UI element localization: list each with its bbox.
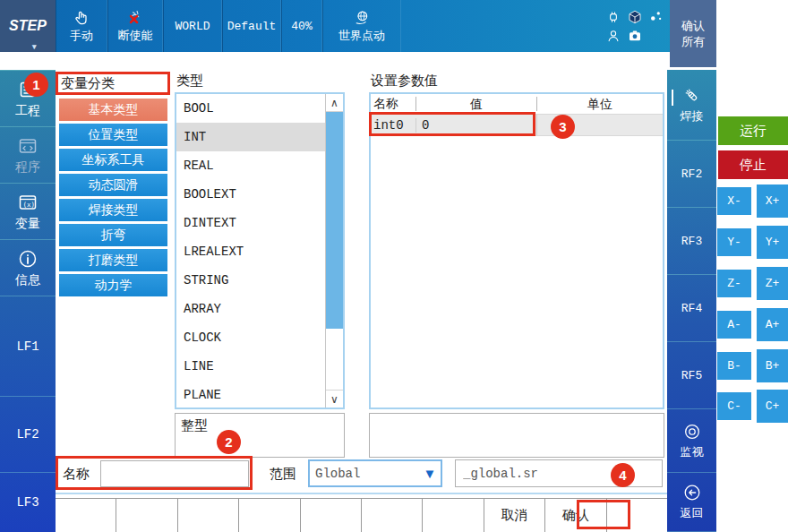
type-list-scrollbar[interactable]: ∧ ∨	[325, 94, 343, 408]
jog-y-minus-button[interactable]: Y-	[717, 228, 751, 256]
type-item-line[interactable]: LINE	[176, 352, 325, 381]
jog-y-plus-button[interactable]: Y+	[757, 226, 788, 259]
function-key-cell[interactable]	[178, 499, 239, 532]
teach-pendant-screen: STEP ▾ 手动 断使能 WORLD Default 40%	[0, 0, 788, 532]
category-label: 基本类型	[89, 102, 139, 118]
param-table-row[interactable]: int0 0	[371, 114, 663, 136]
function-key-cell[interactable]	[607, 499, 667, 532]
function-key-rf5[interactable]: RF5	[667, 342, 716, 409]
function-key-label: RF2	[681, 167, 702, 181]
function-key-label: RF5	[681, 369, 702, 382]
param-name-cell[interactable]: int0	[371, 118, 415, 133]
category-welding-types[interactable]: 焊接类型	[59, 199, 167, 221]
category-label: 动态圆滑	[89, 177, 139, 193]
function-key-label: RF3	[681, 235, 702, 248]
type-item-boolext[interactable]: BOOLEXT	[176, 180, 325, 209]
scope-dropdown[interactable]: Global ▼	[308, 459, 442, 487]
back-arrow-icon	[682, 483, 702, 502]
run-button[interactable]: 运行	[718, 116, 788, 145]
function-key-lf3[interactable]: LF3	[0, 472, 56, 532]
jog-c-minus-button[interactable]: C-	[717, 392, 751, 420]
scrollbar-thumb[interactable]	[326, 112, 343, 329]
type-item-array[interactable]: ARRAY	[176, 295, 325, 323]
jog-z-plus-button[interactable]: Z+	[757, 267, 788, 300]
category-label: 坐标系工具	[82, 152, 145, 168]
bottom-divider	[56, 493, 667, 494]
sidebar-item-variable[interactable]: (x) 变量	[0, 183, 56, 239]
function-key-rf4[interactable]: RF4	[667, 275, 716, 342]
sidebar-item-welding[interactable]: 焊接	[667, 70, 716, 141]
category-coord-tools[interactable]: 坐标系工具	[59, 149, 167, 171]
category-label: 焊接类型	[89, 202, 139, 219]
coord-system-button[interactable]: WORLD	[163, 0, 222, 52]
type-item-bool[interactable]: BOOL	[176, 94, 325, 123]
annotation-badge-4: 4	[611, 463, 635, 487]
category-dynamics[interactable]: 动力学	[59, 274, 167, 296]
confirm-all-button[interactable]: 确认所有	[670, 0, 716, 67]
stop-button[interactable]: 停止	[718, 150, 788, 179]
category-grinding-types[interactable]: 打磨类型	[59, 249, 167, 271]
jog-mode-button[interactable]: 世界点动	[322, 0, 401, 52]
jog-c-plus-button[interactable]: C+	[757, 390, 788, 423]
sidebar-item-label: 信息	[15, 272, 40, 288]
scroll-down-icon[interactable]: ∨	[326, 390, 343, 408]
sidebar-item-info[interactable]: 信息	[0, 239, 56, 296]
chevron-down-icon[interactable]: ▼	[419, 466, 441, 481]
category-dynamic-smooth[interactable]: 动态圆滑	[59, 174, 167, 196]
type-item-plane[interactable]: PLANE	[176, 381, 325, 409]
enable-button[interactable]: 断使能	[107, 0, 163, 52]
enable-label: 断使能	[118, 28, 153, 44]
category-bending[interactable]: 折弯	[59, 224, 167, 246]
hand-icon	[73, 9, 90, 27]
svg-text:(x): (x)	[23, 200, 36, 208]
type-item-dintext[interactable]: DINTEXT	[176, 209, 325, 237]
step-logo[interactable]: STEP ▾	[0, 0, 56, 52]
type-item-clock[interactable]: CLOCK	[176, 323, 325, 352]
tool-button[interactable]: Default	[222, 0, 281, 52]
type-item-int[interactable]: INT	[176, 123, 325, 151]
scroll-up-icon[interactable]: ∧	[326, 94, 343, 112]
jog-b-plus-button[interactable]: B+	[757, 349, 788, 382]
back-button[interactable]: 返回	[667, 473, 716, 532]
param-description-box	[369, 413, 664, 458]
function-key-cell[interactable]	[423, 499, 484, 532]
function-key-rf2[interactable]: RF2	[667, 141, 716, 208]
function-key-label: LF1	[16, 339, 39, 354]
name-input[interactable]	[100, 460, 249, 487]
function-key-cell[interactable]	[56, 499, 116, 532]
category-basic-types[interactable]: 基本类型	[59, 99, 167, 121]
function-key-rf3[interactable]: RF3	[667, 208, 716, 275]
cancel-button[interactable]: 取消	[484, 499, 545, 532]
jog-b-minus-button[interactable]: B-	[717, 352, 751, 380]
sidebar-item-monitor[interactable]: 监视	[667, 409, 716, 473]
function-key-lf2[interactable]: LF2	[0, 396, 56, 472]
sidebar-item-label: 变量	[15, 216, 40, 232]
active-indicator	[672, 90, 673, 106]
speed-button[interactable]: 40%	[281, 0, 322, 52]
mode-button[interactable]: 手动	[56, 0, 107, 52]
function-key-lf1[interactable]: LF1	[0, 296, 56, 396]
jog-a-plus-button[interactable]: A+	[757, 308, 788, 341]
function-key-cell[interactable]	[239, 499, 300, 532]
user-icon	[605, 28, 621, 44]
cancel-label: 取消	[501, 507, 528, 524]
confirm-button[interactable]: 确认	[545, 499, 606, 532]
jog-a-minus-button[interactable]: A-	[717, 311, 751, 339]
type-item-string[interactable]: STRING	[176, 266, 325, 295]
type-item-lrealext[interactable]: LREALEXT	[176, 237, 325, 266]
function-key-cell[interactable]	[362, 499, 423, 532]
right-sidebar: 焊接 RF2 RF3 RF4 RF5 监视 返回	[667, 70, 716, 532]
globe-icon	[353, 9, 371, 27]
jog-x-minus-button[interactable]: X-	[717, 187, 751, 215]
jog-x-plus-button[interactable]: X+	[757, 184, 788, 218]
sidebar-item-program[interactable]: 程序	[0, 126, 56, 183]
jog-z-minus-button[interactable]: Z-	[717, 270, 751, 297]
function-key-cell[interactable]	[116, 499, 177, 532]
variable-icon: (x)	[17, 192, 39, 213]
function-key-cell[interactable]	[301, 499, 362, 532]
sidebar-item-label: 工程	[15, 103, 40, 119]
confirm-all-label: 确认所有	[680, 18, 707, 49]
type-item-real[interactable]: REAL	[176, 151, 325, 180]
category-position-types[interactable]: 位置类型	[59, 124, 167, 146]
param-value-cell[interactable]: 0	[415, 118, 536, 133]
